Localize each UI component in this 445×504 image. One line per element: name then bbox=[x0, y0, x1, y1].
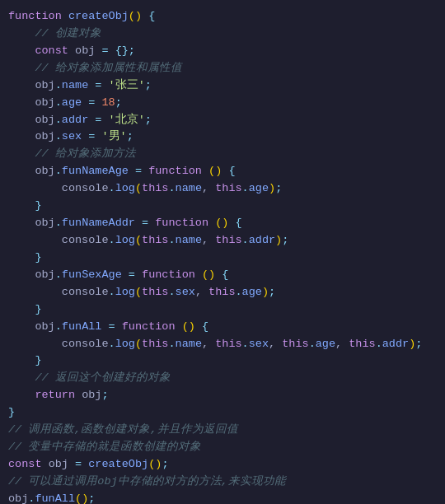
eq-token: = bbox=[88, 77, 108, 95]
semi-token: ; bbox=[275, 180, 282, 198]
plain-token: , bbox=[202, 180, 215, 198]
prop-token: addr bbox=[62, 112, 88, 129]
op-token: . bbox=[55, 215, 62, 232]
this-kw-token: this bbox=[142, 284, 168, 301]
this-kw-token: this bbox=[349, 336, 375, 353]
op-token: . bbox=[242, 180, 249, 198]
code-line: return obj; bbox=[0, 387, 445, 404]
plain-token bbox=[8, 198, 35, 215]
plain-token bbox=[42, 456, 49, 474]
var-name-token: obj bbox=[35, 163, 54, 180]
plain-token bbox=[208, 215, 215, 232]
paren-token: ( bbox=[135, 232, 142, 250]
code-line: const obj = createObj(); bbox=[0, 456, 445, 474]
code-line: function createObj() { bbox=[0, 8, 445, 26]
prop-token: name bbox=[176, 232, 202, 250]
eq-token: = bbox=[135, 215, 155, 232]
plain-token bbox=[195, 267, 202, 284]
prop-token: sex bbox=[62, 128, 82, 146]
eq-token: = bbox=[95, 43, 115, 60]
var-name-token: obj bbox=[35, 112, 54, 129]
plain-token bbox=[75, 387, 82, 404]
op-token: . bbox=[55, 112, 62, 129]
console-token: console bbox=[62, 284, 109, 301]
plain-token bbox=[8, 352, 35, 370]
code-line: obj.funAll(); bbox=[0, 491, 445, 504]
code-line: obj.funNameAge = function () { bbox=[0, 163, 445, 180]
str-token: '北京' bbox=[109, 112, 145, 129]
prop-token: age bbox=[62, 95, 82, 112]
code-line: console.log(this.name, this.sex, this.ag… bbox=[0, 336, 445, 353]
code-lines: function createObj() { // 创建对象 const obj… bbox=[0, 8, 445, 504]
plain-token bbox=[195, 319, 202, 336]
plain-token bbox=[8, 215, 35, 232]
paren-token: ( bbox=[135, 180, 142, 198]
prop-token: funAll bbox=[62, 319, 102, 336]
code-line: } bbox=[0, 352, 445, 370]
prop-token: addr bbox=[382, 336, 409, 353]
plain-token bbox=[228, 215, 235, 232]
brace-token: { bbox=[236, 215, 242, 232]
var-name-token: obj bbox=[8, 491, 28, 504]
plain-token bbox=[8, 112, 35, 129]
plain-token: , bbox=[202, 232, 215, 250]
cmt-token: // 可以通过调用obj中存储的对方的方法,来实现功能 bbox=[8, 474, 286, 491]
paren-token: () bbox=[208, 163, 222, 180]
code-line: const obj = {}; bbox=[0, 43, 445, 60]
plain-token bbox=[222, 163, 228, 180]
fn-token: createObj bbox=[88, 456, 148, 474]
paren-token: () bbox=[129, 8, 142, 26]
log-token: log bbox=[115, 232, 135, 250]
code-line: console.log(this.name, this.addr); bbox=[0, 232, 445, 250]
prop-token: name bbox=[176, 180, 202, 198]
log-token: log bbox=[115, 336, 135, 353]
code-line: } bbox=[0, 250, 445, 267]
eq-token: = bbox=[82, 128, 101, 146]
semi-token: ; bbox=[282, 232, 288, 250]
op-token: . bbox=[109, 232, 115, 250]
plain-token bbox=[8, 250, 35, 267]
brace-token: { bbox=[202, 319, 208, 336]
plain-token bbox=[142, 8, 148, 26]
this-kw-token: this bbox=[215, 180, 241, 198]
plain-token bbox=[8, 284, 62, 301]
cmt-token: // 创建对象 bbox=[8, 26, 101, 43]
plain-token bbox=[8, 163, 35, 180]
code-line: // 可以通过调用obj中存储的对方的方法,来实现功能 bbox=[0, 474, 445, 491]
paren-token: ( bbox=[135, 284, 142, 301]
prop-token: name bbox=[176, 336, 202, 353]
paren-token: ) bbox=[269, 180, 275, 198]
plain-token bbox=[8, 232, 62, 250]
paren-token: () bbox=[215, 215, 228, 232]
prop-token: funNameAge bbox=[62, 163, 129, 180]
prop-token: age bbox=[242, 284, 262, 301]
semi-token: ; bbox=[162, 456, 168, 474]
paren-token: ) bbox=[275, 232, 282, 250]
code-editor: function createObj() { // 创建对象 const obj… bbox=[0, 0, 445, 504]
this-kw-token: this bbox=[208, 284, 235, 301]
code-line: // 给对象添加方法 bbox=[0, 146, 445, 163]
paren-token: ) bbox=[409, 336, 415, 353]
op-token: . bbox=[168, 284, 175, 301]
code-line: obj.sex = '男'; bbox=[0, 128, 445, 146]
plain-token bbox=[62, 8, 68, 26]
op-token: . bbox=[55, 267, 62, 284]
code-line: // 创建对象 bbox=[0, 26, 445, 43]
kw-token: function bbox=[142, 267, 195, 284]
num-token: 18 bbox=[101, 95, 115, 112]
var-name-token: obj bbox=[35, 128, 54, 146]
brace-token: } bbox=[35, 352, 41, 370]
plain-token bbox=[8, 267, 35, 284]
op-token: . bbox=[168, 336, 175, 353]
kw-token: function bbox=[148, 163, 202, 180]
log-token: log bbox=[115, 284, 135, 301]
brace-token: } bbox=[35, 250, 41, 267]
code-line: // 变量中存储的就是函数创建的对象 bbox=[0, 439, 445, 456]
var-name-token: obj bbox=[35, 77, 54, 95]
cmt-token: // 返回这个创建好的对象 bbox=[8, 370, 171, 387]
plain-token bbox=[202, 163, 208, 180]
var-name-token: obj bbox=[35, 95, 54, 112]
code-line: } bbox=[0, 198, 445, 215]
semi-token: ; bbox=[145, 77, 152, 95]
this-kw-token: this bbox=[215, 336, 241, 353]
